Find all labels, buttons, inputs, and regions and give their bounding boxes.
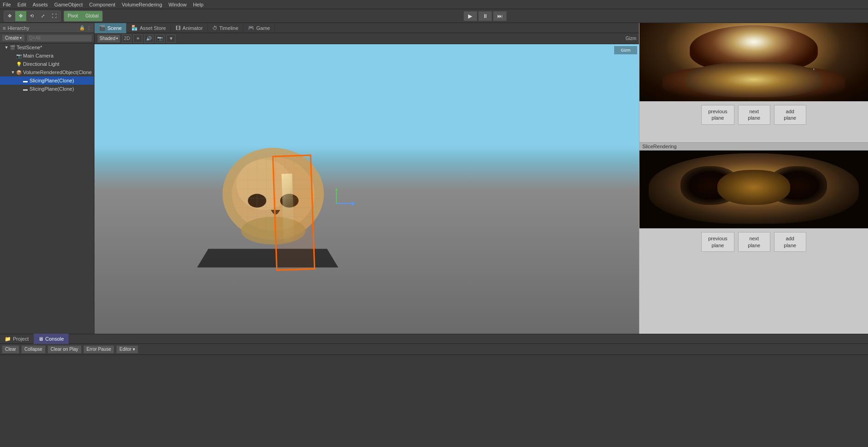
rotate-tool[interactable]: ⟲ — [26, 11, 37, 21]
center-panel: 🎬 Scene 🏪 Asset Store 🎞 Animator ⏱ Timel… — [94, 23, 639, 334]
hierarchy-toolbar: Create ▾ — [0, 33, 94, 43]
hierarchy-icon: ≡ — [3, 25, 6, 31]
tab-game-label: Game — [256, 25, 270, 31]
tree-item-testscene[interactable]: ▼ 🎬 TestScene* — [0, 43, 94, 52]
prev-plane-top-btn[interactable]: previous plane — [701, 105, 734, 125]
tree-icon-slicingplane2: ▬ — [22, 87, 29, 92]
tree-label-testscene: TestScene* — [17, 45, 42, 50]
hierarchy-lock-icon[interactable]: 🔒 — [79, 25, 85, 30]
tree-arrow-volumerendered: ▼ — [10, 70, 16, 75]
pivot-button[interactable]: Pivot — [64, 11, 82, 21]
main-content: ≡ Hierarchy 🔒 ⋮ Create ▾ ▼ 🎬 — [0, 23, 868, 334]
viewport[interactable]: ▶ ▲ Gizm — [94, 44, 639, 334]
scene-tabs: 🎬 Scene 🏪 Asset Store 🎞 Animator ⏱ Timel… — [94, 23, 639, 33]
play-button[interactable]: ▶ — [463, 11, 477, 21]
tab-project[interactable]: 📁 Project — [0, 334, 34, 344]
tab-project-icon: 📁 — [5, 336, 11, 342]
ct-view-top — [639, 23, 868, 101]
shading-label: Shaded — [100, 36, 115, 41]
tree-item-maincamera[interactable]: 📷 Main Camera — [0, 52, 94, 60]
tab-game[interactable]: 🎮 Game — [243, 23, 275, 33]
console-toolbar: Clear Collapse Clear on Play Error Pause… — [0, 344, 868, 355]
error-pause-button[interactable]: Error Pause — [83, 345, 114, 354]
next-plane-top-btn[interactable]: next plane — [738, 105, 770, 125]
tree-icon-directionallight: 💡 — [16, 62, 22, 67]
menu-gameobject[interactable]: GameObject — [54, 2, 83, 7]
clear-button[interactable]: Clear — [2, 345, 19, 354]
audio-btn[interactable]: 🔊 — [144, 35, 153, 43]
ct-view-bottom — [639, 151, 868, 229]
menu-volumerendering[interactable]: VolumeRendering — [122, 2, 162, 7]
next-plane-bottom-btn[interactable]: next plane — [738, 232, 770, 252]
shading-dropdown-arrow: ▾ — [116, 36, 118, 41]
tree-item-directionallight[interactable]: 💡 Directional Light — [0, 60, 94, 68]
hierarchy-header: ≡ Hierarchy 🔒 ⋮ — [0, 23, 94, 33]
right-panel-inner: previous plane next plane add plane Slic… — [639, 23, 868, 334]
clear-on-play-button[interactable]: Clear on Play — [47, 345, 82, 354]
tab-project-label: Project — [13, 336, 29, 342]
gizmo-label: Gizm — [626, 36, 636, 41]
tab-scene-icon: 🎬 — [99, 25, 106, 31]
step-button[interactable]: ⏭ — [493, 11, 507, 21]
tree-label-slicingplane2: SlicingPlane(Clone) — [29, 86, 74, 92]
editor-dropdown-button[interactable]: Editor ▾ — [116, 345, 138, 354]
hand-tool[interactable]: ✥ — [4, 11, 15, 21]
ct-buttons-bottom: previous plane next plane add plane — [639, 228, 868, 255]
panel-spacer — [639, 128, 868, 142]
move-gizmo: ▶ ▲ — [323, 190, 351, 218]
add-plane-bottom-btn[interactable]: add plane — [774, 232, 806, 252]
collapse-button[interactable]: Collapse — [21, 345, 46, 354]
main-toolbar: ✥ ✤ ⟲ ⤢ ⛶ Pivot Global ▶ ⏸ ⏭ — [0, 9, 868, 23]
transform-tools: ✥ ✤ ⟲ ⤢ ⛶ — [4, 11, 61, 22]
menu-help[interactable]: Help — [193, 2, 204, 7]
hierarchy-tree: ▼ 🎬 TestScene* 📷 Main Camera 💡 Direction… — [0, 43, 94, 334]
hierarchy-panel: ≡ Hierarchy 🔒 ⋮ Create ▾ ▼ 🎬 — [0, 23, 94, 334]
slicing-plane-highlight — [272, 154, 316, 271]
tree-item-volumerendered[interactable]: ▼ 📦 VolumeRenderedObject(Clone — [0, 68, 94, 76]
menu-file[interactable]: File — [3, 2, 11, 7]
menu-component[interactable]: Component — [89, 2, 115, 7]
menu-assets[interactable]: Assets — [33, 2, 48, 7]
tree-item-slicingplane2[interactable]: ▬ SlicingPlane(Clone) — [0, 85, 94, 93]
lighting-btn[interactable]: ☀ — [133, 35, 142, 43]
tree-label-slicingplane1: SlicingPlane(Clone) — [29, 78, 74, 83]
move-tool[interactable]: ✤ — [15, 11, 26, 21]
rect-tool[interactable]: ⛶ — [48, 11, 60, 21]
tab-animator[interactable]: 🎞 Animator — [171, 23, 208, 33]
tab-assetstore-icon: 🏪 — [131, 25, 138, 31]
console-tabs: 📁 Project 🖥 Console — [0, 334, 868, 344]
add-plane-top-btn[interactable]: add plane — [774, 105, 806, 125]
tab-assetstore[interactable]: 🏪 Asset Store — [127, 23, 171, 33]
ct-coronal-image — [639, 23, 868, 101]
tab-timeline[interactable]: ⏱ Timeline — [208, 23, 243, 33]
right-panel: previous plane next plane add plane Slic… — [639, 23, 868, 334]
create-button[interactable]: Create ▾ — [2, 35, 25, 41]
tree-icon-testscene: 🎬 — [9, 45, 16, 50]
gizmo-display: Gizm — [614, 46, 637, 54]
create-dropdown-arrow: ▾ — [20, 36, 22, 40]
tab-console-icon: 🖥 — [38, 336, 43, 342]
tree-item-slicingplane1[interactable]: ▬ SlicingPlane(Clone) — [0, 76, 94, 85]
global-button[interactable]: Global — [82, 11, 102, 21]
ct-buttons-top: previous plane next plane add plane — [639, 101, 868, 128]
pause-button[interactable]: ⏸ — [478, 11, 492, 21]
menu-bar: File Edit Assets GameObject Component Vo… — [0, 0, 868, 9]
menu-window[interactable]: Window — [169, 2, 187, 7]
hierarchy-menu-icon[interactable]: ⋮ — [87, 25, 91, 30]
tab-timeline-label: Timeline — [219, 25, 238, 31]
tree-icon-volumerendered: 📦 — [16, 70, 22, 75]
tab-console[interactable]: 🖥 Console — [34, 334, 69, 344]
shading-dropdown[interactable]: Shaded ▾ — [97, 35, 120, 43]
left-panel: ≡ Hierarchy 🔒 ⋮ Create ▾ ▼ 🎬 — [0, 23, 94, 334]
tab-scene[interactable]: 🎬 Scene — [94, 23, 127, 33]
2d-toggle[interactable]: 2D — [122, 35, 131, 43]
play-controls: ▶ ⏸ ⏭ — [463, 11, 507, 21]
console-content — [0, 355, 868, 447]
camera-effects-btn[interactable]: 📷 — [155, 35, 164, 43]
prev-plane-bottom-btn[interactable]: previous plane — [701, 232, 734, 252]
hierarchy-search[interactable] — [27, 35, 92, 42]
menu-edit[interactable]: Edit — [18, 2, 26, 7]
scale-tool[interactable]: ⤢ — [37, 11, 48, 21]
tree-icon-slicingplane1: ▬ — [22, 78, 29, 83]
scene-view-options[interactable]: ▼ — [166, 35, 176, 43]
